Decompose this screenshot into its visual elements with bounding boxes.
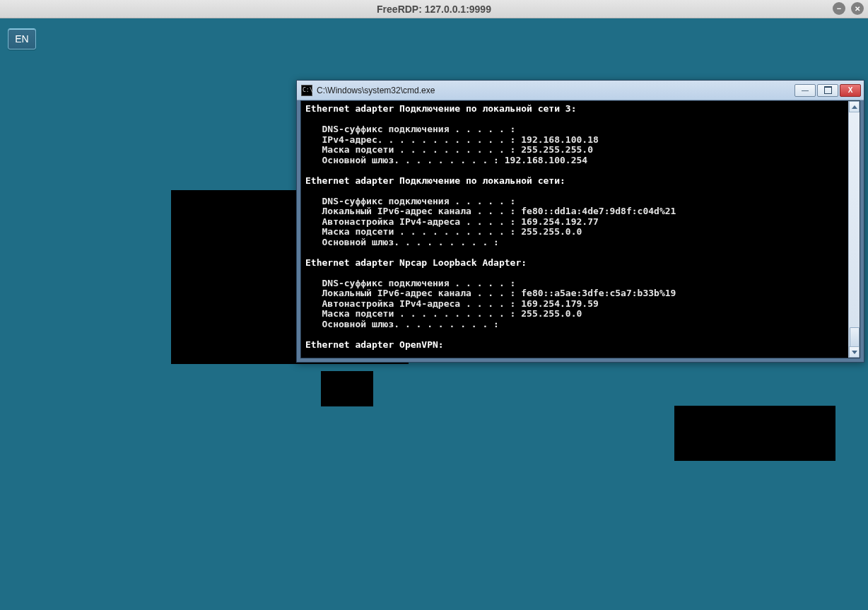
cmd-close-button[interactable]: X	[840, 84, 861, 97]
minimize-button[interactable]	[833, 2, 845, 15]
cmd-minimize-button[interactable]: —	[794, 84, 816, 97]
cmd-titlebar[interactable]: C:\ C:\Windows\system32\cmd.exe — X	[297, 81, 864, 100]
close-button[interactable]	[851, 2, 864, 15]
scroll-down-button[interactable]	[849, 346, 860, 358]
cmd-window[interactable]: C:\ C:\Windows\system32\cmd.exe — X Ethe…	[296, 80, 864, 363]
redacted-block	[674, 406, 835, 461]
cmd-icon: C:\	[301, 85, 312, 96]
host-titlebar: FreeRDP: 127.0.0.1:9999	[0, 0, 868, 18]
remote-desktop[interactable]: EN C:\ C:\Windows\system32\cmd.exe — X E…	[0, 18, 868, 604]
language-indicator[interactable]: EN	[8, 28, 36, 49]
cmd-output[interactable]: Ethernet adapter Подключение по локально…	[301, 101, 848, 358]
cmd-window-title: C:\Windows\system32\cmd.exe	[317, 86, 794, 95]
redacted-block	[321, 371, 373, 406]
cmd-client-area: Ethernet adapter Подключение по локально…	[300, 100, 860, 358]
cmd-maximize-button[interactable]	[817, 84, 838, 97]
host-window-title: FreeRDP: 127.0.0.1:9999	[377, 4, 491, 15]
scroll-up-button[interactable]	[849, 101, 860, 112]
host-window-controls	[833, 2, 864, 15]
scroll-thumb[interactable]	[850, 327, 860, 348]
cmd-window-controls: — X	[794, 84, 861, 97]
cmd-scrollbar[interactable]	[848, 101, 860, 358]
